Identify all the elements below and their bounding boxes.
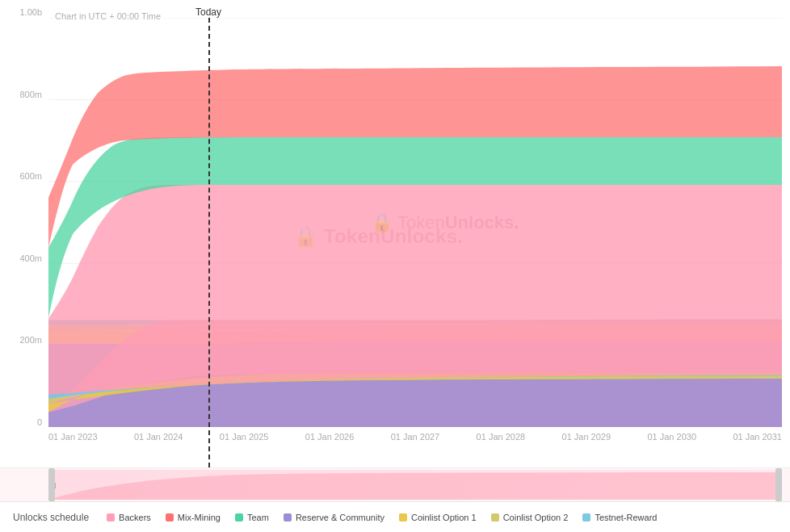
- x-label-2031: 01 Jan 2031: [733, 432, 782, 442]
- legend-dot-coinlist1: [399, 513, 407, 522]
- y-label-600m: 600m: [19, 172, 42, 181]
- legend-item-mix-mining: Mix-Mining: [166, 513, 221, 522]
- y-label-400m: 400m: [19, 254, 42, 263]
- mini-chart-inner: [48, 470, 782, 500]
- legend-label-team: Team: [247, 513, 269, 522]
- y-label-200m: 200m: [19, 336, 42, 345]
- x-label-2030: 01 Jan 2030: [647, 432, 696, 442]
- today-line: [208, 18, 210, 467]
- x-label-2029: 01 Jan 2029: [562, 432, 611, 442]
- legend-item-team: Team: [235, 513, 269, 522]
- legend-bar: Unlocks schedule Backers Mix-Mining Team…: [0, 501, 790, 532]
- chart-container: Chart in UTC + 00:00 Time Today 1.00b 80…: [0, 0, 790, 532]
- x-axis: 01 Jan 2023 01 Jan 2024 01 Jan 2025 01 J…: [48, 427, 782, 467]
- x-label-2023: 01 Jan 2023: [48, 432, 98, 442]
- mini-chart-handle-left[interactable]: [48, 468, 55, 501]
- legend-label-testnet: Testnet-Reward: [595, 513, 657, 522]
- legend-item-coinlist2: Coinlist Option 2: [491, 513, 569, 522]
- stacked-chart: 🔒 TokenUnlocks. 🔒 TokenUnlocks.: [48, 18, 782, 427]
- x-label-2024: 01 Jan 2024: [134, 432, 183, 442]
- legend-title: Unlocks schedule: [13, 512, 89, 523]
- legend-dot-team: [235, 513, 243, 522]
- mini-chart-handle-right[interactable]: [775, 468, 782, 501]
- y-label-800m: 800m: [19, 90, 42, 99]
- legend-label-mix-mining: Mix-Mining: [178, 513, 221, 522]
- x-label-2028: 01 Jan 2028: [477, 432, 526, 442]
- y-label-1b: 1.00b: [19, 8, 42, 17]
- legend-item-backers: Backers: [107, 513, 151, 522]
- today-label: Today: [195, 6, 221, 18]
- legend-dot-backers: [107, 513, 115, 522]
- y-axis: 1.00b 800m 600m 400m 200m 0: [0, 8, 47, 427]
- legend-dot-testnet: [582, 513, 590, 522]
- legend-item-testnet: Testnet-Reward: [582, 513, 657, 522]
- svg-text:🔒 TokenUnlocks.: 🔒 TokenUnlocks.: [293, 224, 463, 249]
- legend-item-coinlist1: Coinlist Option 1: [399, 513, 477, 522]
- legend-label-backers: Backers: [119, 513, 151, 522]
- mini-chart[interactable]: ⏸: [0, 467, 790, 501]
- legend-dot-coinlist2: [491, 513, 499, 522]
- y-label-0: 0: [37, 418, 42, 427]
- x-label-2026: 01 Jan 2026: [305, 432, 355, 442]
- chart-area: Chart in UTC + 00:00 Time Today 1.00b 80…: [0, 0, 790, 467]
- legend-dot-mix-mining: [166, 513, 174, 522]
- legend-item-reserve: Reserve & Community: [284, 513, 384, 522]
- legend-label-coinlist2: Coinlist Option 2: [503, 513, 569, 522]
- legend-label-coinlist1: Coinlist Option 1: [411, 513, 477, 522]
- legend-label-reserve: Reserve & Community: [296, 513, 384, 522]
- legend-dot-reserve: [284, 513, 292, 522]
- x-label-2027: 01 Jan 2027: [391, 432, 440, 442]
- x-label-2025: 01 Jan 2025: [220, 432, 269, 442]
